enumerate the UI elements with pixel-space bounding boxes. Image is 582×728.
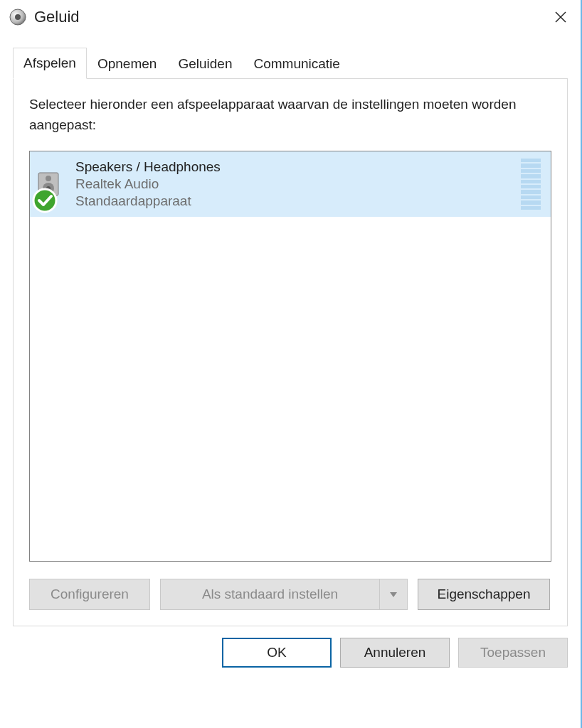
tab-sounds[interactable]: Geluiden [167, 48, 243, 79]
tabstrip: Afspelen Opnemen Geluiden Communicatie [13, 47, 568, 79]
dialog-button-row: OK Annuleren Toepassen [0, 626, 581, 668]
set-default-split-button[interactable]: Als standaard instellen [160, 579, 408, 610]
close-icon [555, 11, 566, 23]
playback-panel: Selecteer hieronder een afspeelapparaat … [13, 79, 568, 626]
device-text: Speakers / Headphones Realtek Audio Stan… [75, 159, 514, 209]
chevron-down-icon [388, 589, 398, 599]
configure-button[interactable]: Configureren [29, 579, 150, 610]
svg-marker-9 [390, 592, 397, 597]
close-button[interactable] [546, 3, 575, 31]
ok-button[interactable]: OK [222, 638, 332, 668]
titlebar: Geluid [0, 0, 581, 34]
sound-app-icon [9, 8, 27, 26]
tab-communications[interactable]: Communicatie [243, 48, 350, 79]
device-icon [34, 159, 70, 210]
set-default-button[interactable]: Als standaard instellen [160, 579, 379, 610]
panel-instruction: Selecteer hieronder een afspeelapparaat … [29, 95, 551, 135]
window-title: Geluid [34, 8, 546, 26]
set-default-dropdown[interactable] [379, 579, 408, 610]
svg-point-5 [46, 176, 51, 181]
panel-button-row: Configureren Als standaard instellen Eig… [29, 579, 551, 610]
dialog-body: Afspelen Opnemen Geluiden Communicatie S… [0, 34, 581, 626]
tab-playback[interactable]: Afspelen [13, 48, 87, 79]
device-list[interactable]: Speakers / Headphones Realtek Audio Stan… [29, 151, 551, 562]
apply-button[interactable]: Toepassen [458, 638, 568, 668]
level-meter [521, 159, 541, 210]
sound-dialog-window: Geluid Afspelen Opnemen Geluiden Communi… [0, 0, 582, 728]
svg-point-8 [33, 189, 56, 212]
device-item[interactable]: Speakers / Headphones Realtek Audio Stan… [30, 151, 551, 217]
tab-recording[interactable]: Opnemen [87, 48, 167, 79]
cancel-button[interactable]: Annuleren [340, 638, 450, 668]
properties-button[interactable]: Eigenschappen [418, 579, 550, 610]
svg-point-1 [15, 14, 21, 20]
device-name: Speakers / Headphones [75, 159, 514, 175]
default-check-icon [31, 187, 58, 214]
device-status: Standaardapparaat [75, 193, 514, 209]
device-vendor: Realtek Audio [75, 176, 514, 192]
